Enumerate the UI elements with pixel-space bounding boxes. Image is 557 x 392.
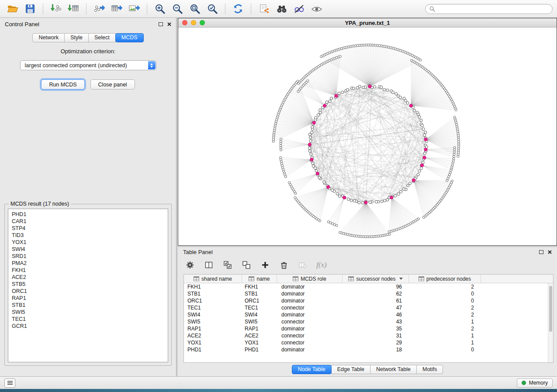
- network-node[interactable]: [391, 91, 394, 94]
- network-node[interactable]: [311, 131, 313, 134]
- memory-button[interactable]: Memory: [517, 378, 553, 388]
- mcds-result-item[interactable]: SRD1: [8, 253, 168, 260]
- network-node[interactable]: [423, 134, 426, 136]
- network-node[interactable]: [311, 162, 314, 165]
- network-node[interactable]: [325, 101, 328, 103]
- network-node[interactable]: [312, 165, 315, 167]
- leaf-node[interactable]: [280, 138, 282, 140]
- network-node[interactable]: [323, 181, 325, 183]
- network-node[interactable]: [423, 152, 426, 155]
- table-scrollbar[interactable]: [548, 283, 553, 362]
- network-node[interactable]: [308, 147, 311, 149]
- network-node[interactable]: [319, 109, 322, 111]
- network-node[interactable]: [406, 102, 409, 104]
- network-node[interactable]: [407, 184, 409, 187]
- leaf-node[interactable]: [339, 55, 341, 58]
- zoom-out-button[interactable]: [169, 2, 186, 16]
- leaf-node[interactable]: [453, 151, 455, 153]
- network-node[interactable]: [329, 100, 331, 103]
- run-mcds-button[interactable]: Run MCDS: [41, 79, 84, 89]
- mcds-result-item[interactable]: STP4: [8, 225, 168, 232]
- mcds-hub-node-STB5[interactable]: [424, 148, 427, 151]
- network-node[interactable]: [358, 201, 360, 204]
- mcds-hub-node-FKH1[interactable]: [368, 85, 371, 88]
- leaf-node[interactable]: [453, 149, 456, 151]
- network-node[interactable]: [358, 85, 361, 88]
- leaf-node[interactable]: [288, 182, 291, 184]
- column-header-successor-nodes[interactable]: successor nodes: [343, 275, 409, 283]
- network-node[interactable]: [408, 182, 411, 185]
- leaf-node[interactable]: [280, 147, 282, 149]
- zoom-in-button[interactable]: [152, 2, 168, 16]
- tab-network-table[interactable]: Network Table: [370, 365, 417, 374]
- mcds-hub-node-PMA2[interactable]: [423, 156, 426, 159]
- leaf-node[interactable]: [453, 158, 455, 160]
- criterion-select[interactable]: largest connected component (undirected): [20, 60, 156, 70]
- node-table-body[interactable]: FKH1FKH1dominator962STB1STB1dominator620…: [184, 283, 548, 362]
- network-node[interactable]: [420, 119, 422, 122]
- mcds-result-item[interactable]: FKH1: [8, 267, 168, 274]
- leaf-node[interactable]: [453, 155, 455, 158]
- network-node[interactable]: [341, 91, 344, 93]
- network-node[interactable]: [404, 99, 407, 102]
- leaf-node[interactable]: [280, 149, 282, 151]
- mcds-result-list[interactable]: PHD1CAR1STP4TID3YOX1SWI4SRD1PMA2FKH1ACE2…: [8, 209, 168, 362]
- leaf-node[interactable]: [327, 221, 329, 223]
- tab-network[interactable]: Network: [32, 33, 65, 42]
- network-node[interactable]: [309, 140, 312, 142]
- float-panel-icon[interactable]: [159, 22, 163, 26]
- network-node[interactable]: [384, 199, 386, 202]
- network-node[interactable]: [418, 116, 421, 118]
- tab-select[interactable]: Select: [88, 33, 116, 42]
- tab-motifs[interactable]: Motifs: [416, 365, 443, 374]
- leaf-node[interactable]: [339, 231, 341, 234]
- leaf-node[interactable]: [280, 142, 282, 144]
- add-row-button[interactable]: [260, 260, 270, 270]
- open-file-button[interactable]: [4, 2, 21, 16]
- mcds-result-item[interactable]: RAP1: [8, 295, 168, 302]
- table-row[interactable]: PHD1PHD1dominator180: [184, 346, 548, 353]
- mcds-hub-node-SWI4[interactable]: [335, 94, 338, 97]
- mcds-result-item[interactable]: ACE2: [8, 274, 168, 281]
- export-image-button[interactable]: [126, 2, 142, 16]
- table-row[interactable]: ORC1ORC1dominator610: [184, 297, 548, 304]
- table-row[interactable]: STB1STB1dominator620: [184, 290, 548, 297]
- zoom-window-icon[interactable]: [200, 20, 205, 25]
- table-row[interactable]: SWI4SWI4dominator462: [184, 311, 548, 318]
- table-row[interactable]: ACE2ACE2connector311: [184, 332, 548, 339]
- table-settings-button[interactable]: [185, 260, 195, 270]
- mcds-result-item[interactable]: STB5: [8, 281, 168, 288]
- mcds-hub-node-CAR1[interactable]: [323, 104, 326, 107]
- mcds-hub-node-STP4[interactable]: [316, 172, 319, 175]
- network-node[interactable]: [386, 199, 389, 201]
- select-all-button[interactable]: [222, 260, 233, 270]
- show-view-button[interactable]: [308, 2, 325, 16]
- network-node[interactable]: [311, 126, 314, 128]
- network-node[interactable]: [364, 86, 367, 88]
- network-node[interactable]: [317, 113, 319, 116]
- table-row[interactable]: RAP1RAP1dominator352: [184, 325, 548, 332]
- leaf-node[interactable]: [297, 80, 299, 82]
- table-scrollbar-thumb[interactable]: [549, 286, 552, 332]
- network-window-titlebar[interactable]: YPA_prune.txt_1: [178, 18, 557, 28]
- leaf-node[interactable]: [388, 230, 390, 233]
- column-header-name[interactable]: name: [242, 275, 277, 283]
- network-node[interactable]: [315, 117, 317, 119]
- tab-style[interactable]: Style: [64, 33, 89, 42]
- network-node[interactable]: [420, 167, 422, 169]
- network-graph[interactable]: [178, 28, 557, 245]
- mcds-result-item[interactable]: YOX1: [8, 239, 168, 246]
- leaf-node[interactable]: [280, 144, 282, 147]
- network-node[interactable]: [350, 199, 353, 202]
- network-node[interactable]: [424, 131, 427, 134]
- network-node[interactable]: [402, 188, 405, 190]
- mcds-result-item[interactable]: SWI4: [8, 246, 168, 253]
- mcds-result-item[interactable]: STB1: [8, 302, 168, 309]
- mcds-hub-node-ACE2[interactable]: [327, 186, 330, 189]
- leaf-node[interactable]: [453, 153, 455, 155]
- network-node[interactable]: [417, 113, 419, 116]
- network-node[interactable]: [374, 86, 376, 88]
- network-node[interactable]: [338, 92, 340, 95]
- network-node[interactable]: [346, 89, 349, 91]
- refresh-button[interactable]: [230, 2, 246, 16]
